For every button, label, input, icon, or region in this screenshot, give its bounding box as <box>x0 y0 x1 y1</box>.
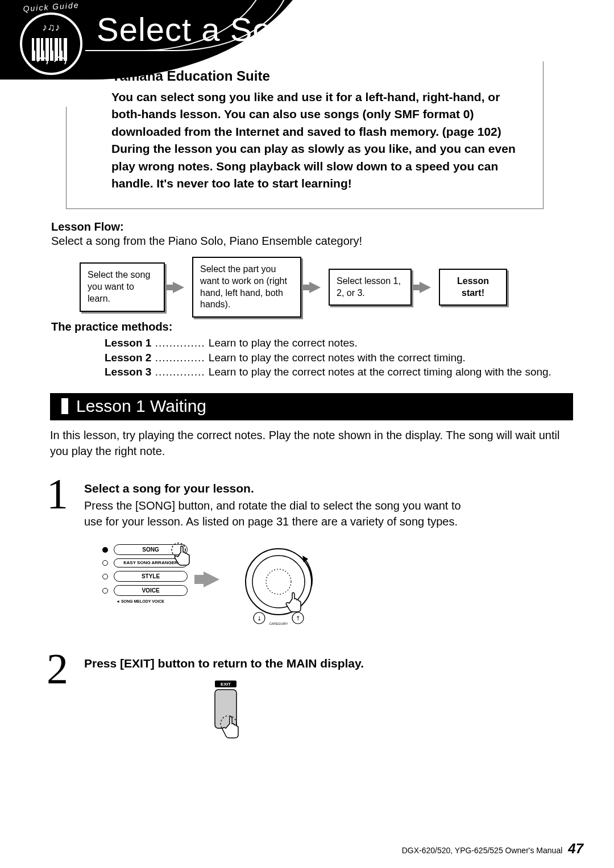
flow-box: Select lesson 1, 2, or 3. <box>329 269 412 306</box>
step-number: 1 <box>47 469 68 519</box>
page-title: Select a Song <box>97 10 309 48</box>
lesson1-intro-text: In this lesson, try playing the correct … <box>50 427 573 459</box>
quick-guide-label: Quick Guide <box>17 0 86 14</box>
intro-heading: Yamaha Education Suite <box>111 68 529 84</box>
practice-desc: Learn to play the correct notes at the c… <box>209 366 551 378</box>
section-heading-bar: Lesson 1 Waiting <box>50 393 573 420</box>
practice-item: Lesson 1 .............. Learn to play th… <box>105 336 574 350</box>
exit-label: EXIT <box>221 682 231 687</box>
style-button: STYLE <box>114 571 188 582</box>
panel-button-row: STYLE <box>102 571 188 582</box>
intro-body: You can select song you like and use it … <box>111 89 529 193</box>
lesson-flow-subtitle: Select a song from the Piano Solo, Piano… <box>51 235 574 248</box>
footer: DGX-620/520, YPG-625/525 Owner's Manual … <box>402 841 583 857</box>
practice-desc: Learn to play the correct notes with the… <box>209 352 466 364</box>
svg-marker-17 <box>302 556 308 562</box>
svg-rect-23 <box>215 690 237 728</box>
category-label: CATEGORY <box>269 622 288 625</box>
svg-rect-9 <box>43 38 45 51</box>
svg-rect-1 <box>36 38 40 61</box>
svg-text:⤓: ⤓ <box>257 615 262 621</box>
step-1: 1 Select a song for your lesson. Press t… <box>50 482 516 529</box>
step-number: 2 <box>47 644 68 694</box>
led-on-icon <box>102 547 108 553</box>
step-2: 2 Press [EXIT] button to return to the M… <box>50 657 516 670</box>
arrow-right-icon <box>309 282 321 293</box>
flow-box: Select the part you want to work on (rig… <box>192 257 301 318</box>
arrow-right-icon <box>204 571 219 587</box>
practice-label: Lesson 3 <box>105 366 151 378</box>
dial-illustration: ⤓ ⤒ CATEGORY <box>239 542 330 633</box>
practice-item: Lesson 3 .............. Learn to play th… <box>105 365 574 379</box>
practice-list: Lesson 1 .............. Learn to play th… <box>105 336 574 379</box>
svg-text:⤒: ⤒ <box>296 615 300 621</box>
lesson-flow-section: Lesson Flow: Select a song from the Pian… <box>51 220 574 248</box>
exit-button-illustration: EXIT <box>202 681 257 754</box>
intro-box: Yamaha Education Suite You can select so… <box>66 61 544 209</box>
practice-label: Lesson 1 <box>105 337 151 349</box>
step-heading: Select a song for your lesson. <box>84 482 516 495</box>
panel-illustration: SONG EASY SONG ARRANGER STYLE VOICE SONG… <box>102 544 421 635</box>
svg-point-13 <box>246 549 312 615</box>
led-off-icon <box>102 560 108 566</box>
svg-point-16 <box>266 569 291 594</box>
panel-button-row: VOICE <box>102 585 188 596</box>
step-body: Press the [SONG] button, and rotate the … <box>84 498 482 529</box>
practice-heading: The practice methods: <box>51 320 574 333</box>
flow-box: Lesson start! <box>439 269 507 306</box>
voice-button: VOICE <box>114 585 188 596</box>
led-off-icon <box>102 574 108 579</box>
hand-pointer-icon <box>168 542 197 570</box>
flow-diagram: Select the song you want to learn. Selec… <box>80 257 507 318</box>
flow-box: Select the song you want to learn. <box>80 262 165 311</box>
svg-rect-11 <box>61 38 64 51</box>
practice-label: Lesson 2 <box>105 352 151 364</box>
page-number: 47 <box>568 841 583 857</box>
svg-rect-7 <box>64 38 67 61</box>
svg-rect-10 <box>52 38 55 51</box>
practice-desc: Learn to play the correct notes. <box>209 337 358 349</box>
song-melody-voice-label: SONG MELODY VOICE <box>116 599 188 603</box>
arrow-right-icon <box>420 282 431 293</box>
practice-methods-section: The practice methods: Lesson 1 .........… <box>51 320 574 379</box>
lesson-flow-heading: Lesson Flow: <box>51 220 574 233</box>
svg-rect-3 <box>45 38 49 61</box>
svg-rect-8 <box>34 38 36 51</box>
arrow-right-icon <box>173 282 184 293</box>
led-off-icon <box>102 588 108 594</box>
step-heading: Press [EXIT] button to return to the MAI… <box>84 657 516 670</box>
manual-title: DGX-620/520, YPG-625/525 Owner's Manual <box>402 846 563 855</box>
piano-hands-icon <box>28 32 74 65</box>
music-notes-icon: ♪♫♪ <box>42 22 60 32</box>
heading-marker-icon <box>61 398 68 414</box>
section-heading: Lesson 1 Waiting <box>76 397 206 416</box>
practice-item: Lesson 2 .............. Learn to play th… <box>105 350 574 365</box>
